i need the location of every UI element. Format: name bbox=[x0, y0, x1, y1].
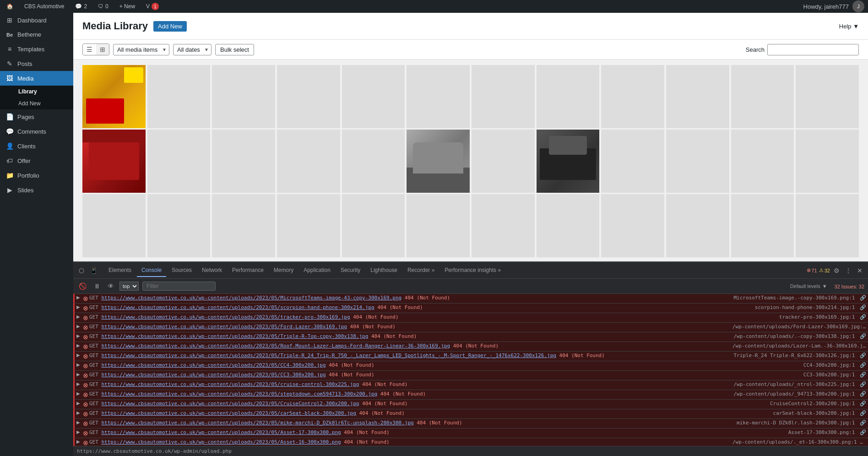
sidebar-item-portfolio[interactable]: 📁 Portfolio bbox=[0, 168, 73, 183]
log-entry[interactable]: ▶ ⊗ GET https://www.cbsautomotive.co.uk/… bbox=[73, 313, 868, 323]
media-item[interactable] bbox=[537, 194, 600, 257]
source-link[interactable]: /wp-content/uploads/Lazer-Lam.-36-300x16… bbox=[732, 343, 866, 349]
log-entry[interactable]: ▶ ⊗ GET https://www.cbsautomotive.co.uk/… bbox=[73, 294, 868, 304]
media-item[interactable] bbox=[277, 65, 340, 128]
site-name[interactable]: CBS Automotive bbox=[22, 0, 67, 13]
source-link[interactable]: tracker-pro-300x169.jpg:1 bbox=[779, 314, 855, 320]
site-icon[interactable]: 🏠 bbox=[4, 0, 16, 13]
tab-performance[interactable]: Performance bbox=[228, 264, 268, 277]
tab-recorder[interactable]: Recorder » bbox=[403, 264, 439, 277]
sidebar-item-library[interactable]: Library bbox=[13, 86, 73, 98]
sidebar-item-comments[interactable]: 💬 Comments bbox=[0, 124, 73, 139]
media-item[interactable] bbox=[342, 194, 405, 257]
bulk-select-button[interactable]: Bulk select bbox=[215, 44, 254, 55]
tab-security[interactable]: Security bbox=[336, 264, 365, 277]
media-item[interactable] bbox=[82, 130, 146, 193]
tab-memory[interactable]: Memory bbox=[269, 264, 298, 277]
source-link[interactable]: CruiseControl2-300x200.jpg:1 bbox=[770, 401, 855, 407]
media-filter-select[interactable]: All media items bbox=[113, 44, 169, 55]
date-filter-select[interactable]: All dates bbox=[173, 44, 212, 55]
sidebar-item-posts[interactable]: ✎ Posts bbox=[0, 56, 73, 71]
media-item[interactable] bbox=[601, 65, 664, 128]
media-item[interactable] bbox=[666, 194, 729, 257]
media-item[interactable] bbox=[82, 194, 146, 257]
log-entry[interactable]: ▶ ⊗ GET https://www.cbsautomotive.co.uk/… bbox=[73, 419, 868, 429]
devtools-close-button[interactable]: ✕ bbox=[855, 265, 864, 276]
media-item[interactable] bbox=[342, 130, 405, 193]
source-link[interactable]: /wp-content/uploads/_94713-300x200.jpg:1 bbox=[733, 391, 855, 397]
grid-view-button[interactable]: ⊞ bbox=[96, 44, 109, 55]
log-entry[interactable]: ▶ ⊗ GET https://www.cbsautomotive.co.uk/… bbox=[73, 390, 868, 400]
media-item[interactable] bbox=[147, 130, 211, 193]
help-button[interactable]: Help ▼ bbox=[839, 23, 859, 30]
source-link[interactable]: Asset-17-300x300.png:1 bbox=[788, 429, 855, 435]
media-item[interactable] bbox=[537, 130, 600, 193]
media-item[interactable] bbox=[82, 65, 146, 128]
devtools-more-button[interactable]: ⋮ bbox=[843, 265, 853, 276]
media-item[interactable] bbox=[731, 130, 794, 193]
media-item[interactable] bbox=[601, 130, 664, 193]
media-item[interactable] bbox=[601, 194, 664, 257]
log-entry[interactable]: ▶ ⊗ GET https://www.cbsautomotive.co.uk/… bbox=[73, 342, 868, 352]
log-entry[interactable]: ▶ ⊗ GET https://www.cbsautomotive.co.uk/… bbox=[73, 371, 868, 380]
console-pause-button[interactable]: ⏸ bbox=[92, 281, 102, 292]
source-link[interactable]: carSeat-black-300x200.jpg:1 bbox=[773, 410, 855, 416]
media-item[interactable] bbox=[537, 65, 600, 128]
source-link[interactable]: Triple-R_24 Triple-R_6x622-300x126.jpg:1 bbox=[733, 353, 855, 358]
media-item[interactable] bbox=[407, 194, 470, 257]
log-entry[interactable]: ▶ ⊗ GET https://www.cbsautomotive.co.uk/… bbox=[73, 352, 868, 361]
log-entry[interactable]: ▶ ⊗ GET https://www.cbsautomotive.co.uk/… bbox=[73, 304, 868, 313]
devtools-device-button[interactable]: 📱 bbox=[88, 265, 99, 276]
source-link[interactable]: MicrosoftTeams-image.-copy-300x169.png:1 bbox=[733, 295, 855, 301]
media-item[interactable] bbox=[407, 130, 470, 193]
sidebar-item-pages[interactable]: 📄 Pages bbox=[0, 109, 73, 124]
media-item[interactable] bbox=[147, 65, 211, 128]
media-item[interactable] bbox=[212, 65, 275, 128]
console-filter-input[interactable] bbox=[142, 282, 216, 291]
devtools-settings-button[interactable]: ⚙ bbox=[832, 265, 841, 276]
console-context-select[interactable]: top bbox=[119, 282, 139, 291]
sidebar-item-slides[interactable]: ▶ Slides bbox=[0, 183, 73, 197]
tab-sources[interactable]: Sources bbox=[167, 264, 196, 277]
search-input[interactable] bbox=[767, 44, 859, 55]
sidebar-item-media[interactable]: 🖼 Media bbox=[0, 71, 73, 86]
media-item[interactable] bbox=[796, 130, 859, 193]
source-link[interactable]: CC3-300x200.jpg:1 bbox=[803, 372, 855, 378]
source-link[interactable]: /wp-content/uploads/_ntrol-300x225.jpg:1 bbox=[733, 381, 855, 387]
media-item[interactable] bbox=[407, 65, 470, 128]
media-item[interactable] bbox=[212, 194, 275, 257]
devtools-inspect-button[interactable]: ⬡ bbox=[77, 265, 86, 276]
media-item[interactable] bbox=[277, 194, 340, 257]
sidebar-item-betheme[interactable]: Be Betheme bbox=[0, 27, 73, 42]
media-item[interactable] bbox=[147, 194, 211, 257]
tab-network[interactable]: Network bbox=[197, 264, 227, 277]
source-link[interactable]: CC4-300x200.jpg:1 bbox=[803, 362, 855, 368]
feedback-count[interactable]: 🗨 0 bbox=[95, 0, 111, 13]
sidebar-item-templates[interactable]: ≡ Templates bbox=[0, 42, 73, 56]
sidebar-item-add-new[interactable]: Add New bbox=[13, 98, 73, 109]
sidebar-item-dashboard[interactable]: ⊞ Dashboard bbox=[0, 13, 73, 27]
source-link[interactable]: /wp-content/uploads/.-copy-300x138.jpg:1 bbox=[733, 333, 855, 339]
media-item[interactable] bbox=[472, 194, 535, 257]
log-entry[interactable]: ▶ ⊗ GET https://www.cbsautomotive.co.uk/… bbox=[73, 380, 868, 390]
log-entry[interactable]: ▶ ⊗ GET https://www.cbsautomotive.co.uk/… bbox=[73, 332, 868, 342]
media-item[interactable] bbox=[796, 194, 859, 257]
media-item[interactable] bbox=[666, 65, 729, 128]
tab-perf-insights[interactable]: Performance insights » bbox=[440, 264, 505, 277]
tab-application[interactable]: Application bbox=[299, 264, 335, 277]
tab-elements[interactable]: Elements bbox=[104, 264, 136, 277]
list-view-button[interactable]: ☰ bbox=[83, 44, 96, 55]
media-item[interactable] bbox=[212, 130, 275, 193]
media-item[interactable] bbox=[472, 130, 535, 193]
media-item[interactable] bbox=[472, 65, 535, 128]
new-button[interactable]: + New bbox=[117, 0, 138, 13]
sidebar-item-clients[interactable]: 👤 Clients bbox=[0, 139, 73, 153]
log-entry[interactable]: ▶ ⊗ GET https://www.cbsautomotive.co.uk/… bbox=[73, 409, 868, 419]
tab-lighthouse[interactable]: Lighthouse bbox=[366, 264, 402, 277]
sidebar-item-offer[interactable]: 🏷 Offer bbox=[0, 153, 73, 168]
source-link[interactable]: scorpion-hand-phone-300x214.jpg:1 bbox=[755, 304, 855, 310]
log-entry[interactable]: ▶ ⊗ GET https://www.cbsautomotive.co.uk/… bbox=[73, 361, 868, 371]
tab-console[interactable]: Console bbox=[137, 264, 166, 277]
log-entry[interactable]: ▶ ⊗ GET https://www.cbsautomotive.co.uk/… bbox=[73, 323, 868, 332]
log-entry[interactable]: ▶ ⊗ GET https://www.cbsautomotive.co.uk/… bbox=[73, 400, 868, 409]
